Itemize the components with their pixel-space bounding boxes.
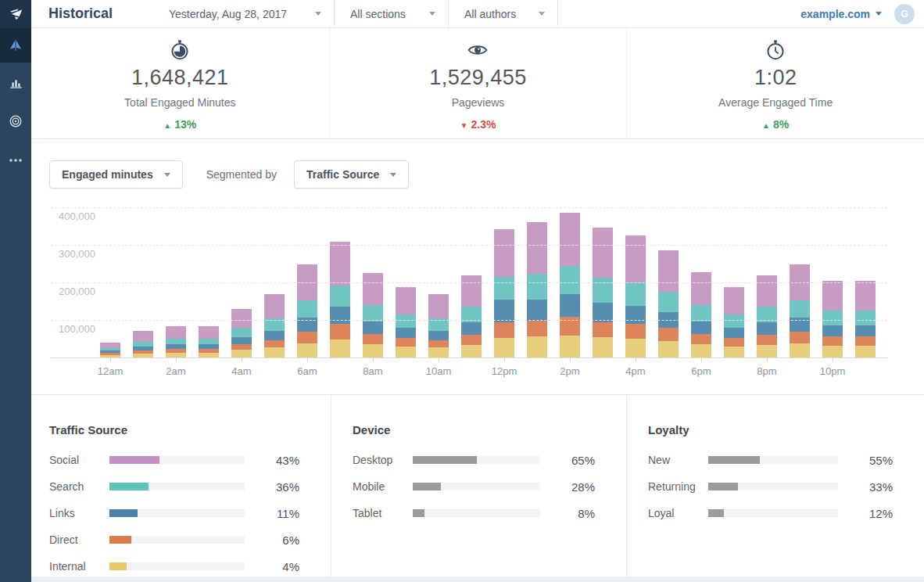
row-bar-track xyxy=(109,536,245,544)
bar-segment-search xyxy=(494,277,514,300)
sections-dropdown[interactable]: All sections xyxy=(335,0,449,28)
delta-arrow-icon: ▲ xyxy=(762,121,770,130)
bar-segment-direct xyxy=(527,321,547,337)
sidebar-item-historical[interactable] xyxy=(0,63,31,102)
bar-segment-links xyxy=(822,325,843,337)
bar-segment-internal xyxy=(494,338,514,357)
bar-segment-links xyxy=(461,322,482,335)
row-label: Internal xyxy=(49,560,109,573)
panel-row: Loyal12% xyxy=(648,505,893,521)
bar-segment-social xyxy=(593,228,613,278)
x-axis-label: 2pm xyxy=(560,365,579,377)
metric-dropdown[interactable]: Engaged minutes xyxy=(49,160,183,189)
stat-value: 1,648,421 xyxy=(31,66,329,90)
sidebar xyxy=(0,0,31,582)
sidebar-item-realtime[interactable] xyxy=(0,28,31,63)
bar-segment-direct xyxy=(428,340,449,348)
authors-dropdown[interactable]: All authors xyxy=(449,0,558,28)
bar-segment-direct xyxy=(231,344,252,350)
parsely-logo[interactable] xyxy=(0,0,31,28)
bar-segment-social xyxy=(757,275,777,307)
panel-row: Mobile28% xyxy=(353,479,595,494)
bar-segment-social xyxy=(199,326,219,338)
row-value: 43% xyxy=(263,454,299,467)
app-window: Historical Yesterday, Aug 28, 2017 All s… xyxy=(0,0,924,582)
bar-segment-direct xyxy=(363,334,383,344)
bar-segment-links xyxy=(330,307,350,324)
row-bar-track xyxy=(708,456,838,464)
stat-label: Pageviews xyxy=(330,96,627,109)
breakdown-panels: Traffic Source Social43%Search36%Links11… xyxy=(31,395,924,577)
bar-segment-internal xyxy=(560,336,580,357)
segment-dropdown[interactable]: Traffic Source xyxy=(294,160,409,189)
bar-segment-internal xyxy=(724,347,744,357)
sidebar-item-goals[interactable] xyxy=(0,102,31,141)
row-label: New xyxy=(648,454,708,466)
bar-segment-social xyxy=(658,250,679,292)
bar-segment-social xyxy=(855,281,876,311)
bar-segment-internal xyxy=(658,341,679,357)
bar-segment-social xyxy=(461,275,482,307)
x-axis-label: 8pm xyxy=(757,365,776,377)
bar-segment-social xyxy=(527,222,547,274)
x-axis-tick xyxy=(504,357,505,361)
bar-segment-social xyxy=(133,331,153,342)
row-label: Tablet xyxy=(353,507,413,519)
stopwatch-icon xyxy=(31,39,329,63)
bar-segment-links xyxy=(625,306,646,324)
bar-segment-internal xyxy=(822,346,843,357)
panel-title: Traffic Source xyxy=(49,423,299,436)
row-bar-track xyxy=(109,509,245,517)
panel-row: Internal4% xyxy=(49,559,299,574)
bar-segment-search xyxy=(724,314,744,328)
bar-segment-social xyxy=(264,294,285,318)
bar-segment-social xyxy=(560,213,580,266)
chevron-down-icon xyxy=(429,12,435,16)
stat-label: Total Engaged Minutes xyxy=(31,96,329,109)
row-value: 65% xyxy=(559,454,595,467)
chart-plot: 12am2am4am6am8am10am12pm2pm4pm6pm8pm10pm… xyxy=(51,207,887,358)
panel-title: Device xyxy=(353,423,595,436)
bar-segment-direct xyxy=(297,332,317,343)
delta-arrow-icon: ▼ xyxy=(460,121,468,130)
bar-segment-internal xyxy=(396,347,416,357)
bar-segment-search xyxy=(822,311,843,325)
bar-segment-search xyxy=(691,305,711,322)
page-title: Historical xyxy=(31,5,153,22)
target-icon xyxy=(8,113,23,129)
row-value: 6% xyxy=(263,534,299,547)
x-axis-label: 12am xyxy=(98,365,124,377)
row-value: 28% xyxy=(559,480,595,494)
row-value: 4% xyxy=(263,560,299,573)
panel-row: Tablet8% xyxy=(353,505,595,521)
row-label: Desktop xyxy=(353,454,413,466)
bar-segment-internal xyxy=(297,343,317,357)
x-axis-tick xyxy=(373,357,374,361)
bar-segment-search xyxy=(297,300,317,318)
gridline xyxy=(51,320,887,321)
row-label: Returning xyxy=(648,480,708,493)
date-range-dropdown[interactable]: Yesterday, Aug 28, 2017 xyxy=(153,0,335,28)
site-selector-dropdown[interactable]: example.com xyxy=(800,8,882,20)
panel-row: New55% xyxy=(648,452,893,468)
row-bar-track xyxy=(708,509,838,517)
user-avatar[interactable]: G xyxy=(894,4,915,24)
x-axis-tick xyxy=(767,357,768,361)
row-bar-track xyxy=(413,456,540,464)
panel-row: Returning33% xyxy=(648,479,893,494)
bar-segment-direct xyxy=(625,324,646,339)
eye-icon xyxy=(330,39,627,63)
bar-segment-search xyxy=(560,266,580,295)
chevron-down-icon xyxy=(876,12,882,16)
sidebar-item-more[interactable] xyxy=(0,141,31,180)
bar-segment-direct xyxy=(855,336,876,346)
panel-traffic-source: Traffic Source Social43%Search36%Links11… xyxy=(31,395,331,582)
x-axis-label: 10am xyxy=(426,365,452,377)
bar-segment-internal xyxy=(264,347,285,357)
bar-segment-direct xyxy=(790,332,810,343)
panel-row: Desktop65% xyxy=(353,452,595,468)
row-bar-fill xyxy=(109,483,149,490)
row-bar-fill xyxy=(708,483,738,490)
bar-segment-direct xyxy=(396,338,416,347)
row-label: Links xyxy=(49,507,109,519)
